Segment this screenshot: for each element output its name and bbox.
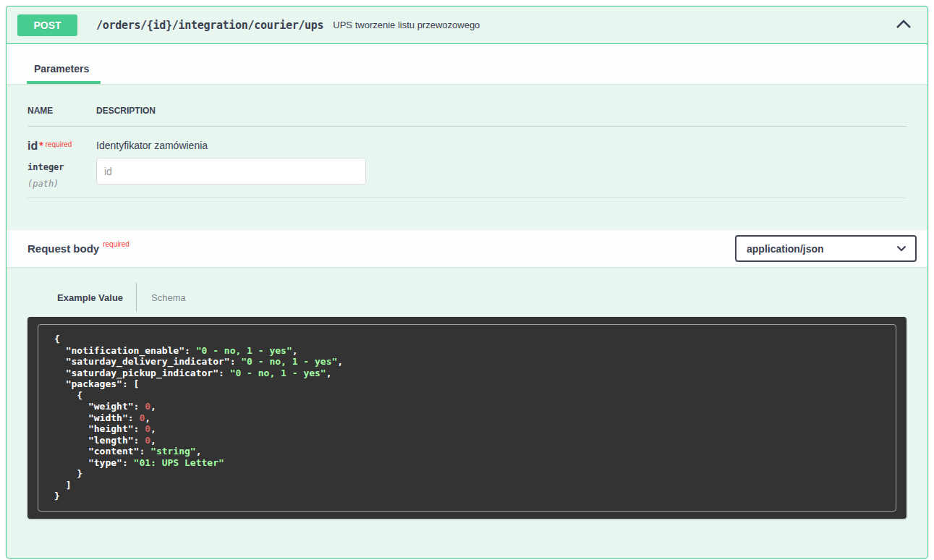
code-line: "weight": 0,: [54, 401, 880, 412]
parameter-id-input[interactable]: [96, 158, 366, 184]
operation-block-post: POST /orders/{id}/integration/courier/up…: [6, 6, 928, 559]
code-line: "saturday_pickup_indicator": "0 - no, 1 …: [54, 368, 880, 379]
content-type-select[interactable]: application/json: [735, 235, 917, 262]
divider: [136, 283, 137, 312]
code-line: "notification_enable": "0 - no, 1 - yes"…: [54, 345, 880, 357]
parameter-row-id: id*required integer (path) Identyfikator…: [27, 127, 907, 198]
endpoint-path: /orders/{id}/integration/courier/ups: [96, 19, 323, 32]
code-line: {: [54, 334, 880, 345]
column-header-name: NAME: [27, 106, 96, 116]
parameter-type: integer: [27, 162, 96, 172]
parameters-container: NAME DESCRIPTION id*required integer (pa…: [7, 84, 927, 230]
tab-example-value[interactable]: Example Value: [54, 292, 126, 303]
tab-parameters-label: Parameters: [27, 63, 101, 75]
example-json-code: { "notification_enable": "0 - no, 1 - ye…: [54, 334, 880, 502]
parameters-section-header: Parameters: [7, 44, 927, 84]
active-tab-underline: [27, 81, 101, 84]
endpoint-summary[interactable]: POST /orders/{id}/integration/courier/up…: [7, 7, 927, 44]
code-line: "width": 0,: [54, 412, 880, 424]
code-line: }: [54, 468, 880, 480]
required-label: required: [46, 140, 72, 148]
code-line: "content": "string",: [54, 446, 880, 457]
code-line: ]: [54, 480, 880, 491]
collapse-button[interactable]: [894, 17, 913, 34]
chevron-down-icon: [896, 245, 907, 252]
code-line: "length": 0,: [54, 435, 880, 446]
parameter-name: id: [27, 140, 38, 152]
code-line: "saturday_delivery_indicator": "0 - no, …: [54, 356, 880, 368]
tab-schema[interactable]: Schema: [148, 292, 189, 303]
required-asterisk: *: [39, 140, 43, 151]
request-body-required-label: required: [103, 240, 130, 248]
code-line: }: [54, 491, 880, 502]
code-line: "packages": [: [54, 378, 880, 390]
parameter-description: Identyfikator zamówienia: [96, 140, 907, 151]
model-tabs: Example Value Schema: [54, 283, 927, 312]
code-line: {: [54, 390, 880, 402]
request-body-header: Request body required application/json: [7, 230, 927, 267]
chevron-up-icon: [896, 20, 912, 31]
parameters-table-head: NAME DESCRIPTION: [27, 106, 907, 127]
code-line: "height": 0,: [54, 423, 880, 435]
parameter-location: (path): [27, 179, 96, 189]
code-line: "type": "01: UPS Letter": [54, 457, 880, 469]
endpoint-description: UPS tworzenie listu przewozowego: [333, 20, 480, 30]
parameter-name-line: id*required: [27, 140, 96, 153]
tab-parameters[interactable]: Parameters: [27, 63, 101, 84]
content-type-value: application/json: [747, 243, 824, 255]
example-code-inner: { "notification_enable": "0 - no, 1 - ye…: [38, 324, 896, 512]
example-code-block: { "notification_enable": "0 - no, 1 - ye…: [27, 317, 907, 519]
column-header-description: DESCRIPTION: [96, 106, 907, 116]
method-badge: POST: [17, 14, 77, 36]
request-body-example-section: Example Value Schema { "notification_ena…: [7, 283, 927, 548]
request-body-title: Request body: [27, 242, 99, 255]
